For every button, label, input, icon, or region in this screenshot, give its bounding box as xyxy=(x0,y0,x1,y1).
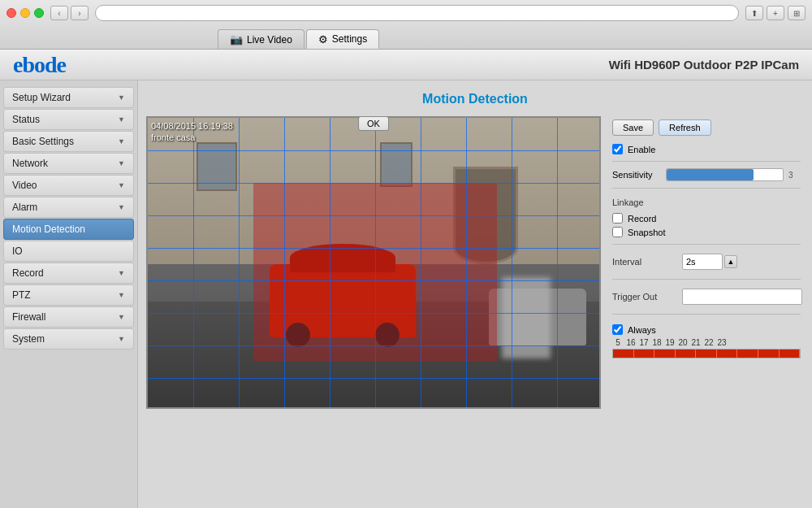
back-button[interactable]: ‹ xyxy=(50,6,68,20)
linkage-label: Linkage xyxy=(612,198,677,207)
schedule-cell-5[interactable] xyxy=(696,350,717,358)
sensitivity-section: Sensitivity 3 xyxy=(612,168,801,181)
sidebar-item-io[interactable]: IO xyxy=(3,241,134,262)
full-day-checkbox[interactable] xyxy=(612,324,623,335)
divider-4 xyxy=(612,279,801,280)
sidebar-item-video[interactable]: Video ▼ xyxy=(3,175,134,196)
sidebar-alarm-label: Alarm xyxy=(12,202,37,213)
content-area: OK xyxy=(146,116,804,501)
forward-button[interactable]: › xyxy=(71,6,89,20)
full-day-label: Always xyxy=(628,325,656,335)
schedule-cell-7[interactable] xyxy=(737,350,758,358)
maximize-window-btn[interactable] xyxy=(34,8,44,18)
tab-settings-label: Settings xyxy=(332,33,367,45)
record-checkbox[interactable] xyxy=(612,213,623,224)
app-title: Wifi HD960P Outdoor P2P IPCam xyxy=(609,58,799,72)
camera-view: 04/08/2015 16:19:38 fronte casa xyxy=(146,116,601,409)
sensitivity-fill xyxy=(667,169,754,180)
schedule-cell-6[interactable] xyxy=(717,350,738,358)
schedule-cell-8[interactable] xyxy=(758,350,780,358)
browser-chrome: ‹ › ⬆ + ⊞ 📷 Live Video ⚙ Settings xyxy=(0,0,812,50)
chevron-right-icon: ▼ xyxy=(118,137,125,145)
sidebar-item-firewall[interactable]: Firewall ▼ xyxy=(3,306,134,328)
schedule-numbers: 5 16 17 18 19 20 21 22 23 xyxy=(612,338,801,349)
schedule-num-16: 16 xyxy=(625,338,637,347)
full-day-row: Always xyxy=(612,324,801,335)
app-logo: ebode xyxy=(13,52,66,78)
sidebar-item-network[interactable]: Network ▼ xyxy=(3,153,134,174)
chevron-right-icon: ▼ xyxy=(118,291,125,299)
interval-input-wrap: ▲ xyxy=(682,254,737,270)
tab-live-video[interactable]: 📷 Live Video xyxy=(218,29,304,49)
interval-input[interactable] xyxy=(682,254,723,270)
snapshot-cb-row: Snapshot xyxy=(612,227,801,237)
camera-timestamp: 04/08/2015 16:19:38 xyxy=(151,121,233,131)
camera-person-blur xyxy=(502,277,551,358)
schedule-cell-1[interactable] xyxy=(613,350,634,358)
chevron-right-icon: ▼ xyxy=(118,335,125,343)
snapshot-checkbox[interactable] xyxy=(612,227,623,237)
traffic-lights xyxy=(6,8,44,18)
enable-checkbox[interactable] xyxy=(612,144,623,154)
sensitivity-bar[interactable] xyxy=(666,168,784,181)
nav-buttons: ‹ › xyxy=(50,6,89,20)
sidebar-motion-detection-label: Motion Detection xyxy=(12,224,85,235)
divider-2 xyxy=(612,188,801,189)
camera-window-2 xyxy=(380,142,412,187)
schedule-cell-3[interactable] xyxy=(654,350,676,358)
sidebar-toggle-button[interactable]: ⊞ xyxy=(788,6,806,20)
browser-top-bar: ‹ › ⬆ + ⊞ xyxy=(6,5,806,21)
sidebar-io-label: IO xyxy=(12,245,23,257)
ok-button[interactable]: OK xyxy=(358,116,389,131)
address-bar[interactable] xyxy=(95,5,739,21)
sensitivity-row: Sensitivity 3 xyxy=(612,168,801,181)
record-label: Record xyxy=(628,214,656,224)
interval-up-arrow[interactable]: ▲ xyxy=(724,255,737,268)
refresh-button[interactable]: Refresh xyxy=(659,119,711,136)
interval-label: Interval xyxy=(612,257,677,267)
sensitivity-value: 3 xyxy=(788,171,801,180)
sidebar-item-ptz[interactable]: PTZ ▼ xyxy=(3,284,134,306)
sidebar-setup-wizard-label: Setup Wizard xyxy=(12,92,71,103)
share-button[interactable]: ⬆ xyxy=(745,6,763,20)
sidebar-item-record[interactable]: Record ▼ xyxy=(3,263,134,284)
schedule-cell-2[interactable] xyxy=(634,350,655,358)
sidebar-item-setup-wizard[interactable]: Setup Wizard ▼ xyxy=(3,87,134,108)
sidebar-item-basic-settings[interactable]: Basic Settings ▼ xyxy=(3,131,134,152)
schedule-num-22: 22 xyxy=(703,338,715,347)
chevron-right-icon: ▼ xyxy=(118,203,125,211)
gear-icon: ⚙ xyxy=(318,33,328,46)
schedule-num-17: 17 xyxy=(638,338,650,347)
camera-window-1 xyxy=(197,142,237,191)
sidebar: Setup Wizard ▼ Status ▼ Basic Settings ▼… xyxy=(0,80,138,508)
sidebar-video-label: Video xyxy=(12,180,37,191)
schedule-bar[interactable] xyxy=(612,349,801,358)
save-button[interactable]: Save xyxy=(612,119,654,136)
schedule-num-23: 23 xyxy=(716,338,728,347)
divider-5 xyxy=(612,314,801,315)
tab-live-video-label: Live Video xyxy=(247,34,292,46)
sidebar-status-label: Status xyxy=(12,114,40,125)
enable-row: Enable xyxy=(612,144,801,154)
sidebar-item-alarm[interactable]: Alarm ▼ xyxy=(3,197,134,218)
chevron-right-icon: ▼ xyxy=(118,269,125,277)
schedule-cell-9[interactable] xyxy=(780,350,801,358)
new-tab-button[interactable]: + xyxy=(767,6,784,20)
sidebar-firewall-label: Firewall xyxy=(12,311,45,323)
sensitivity-label: Sensitivity xyxy=(612,170,661,180)
trigger-input[interactable] xyxy=(682,289,802,305)
sidebar-item-system[interactable]: System ▼ xyxy=(3,328,134,350)
schedule-cell-4[interactable] xyxy=(676,350,697,358)
chevron-right-icon: ▼ xyxy=(118,115,125,124)
motion-detection-title: Motion Detection xyxy=(146,89,804,110)
right-panel: Motion Detection OK xyxy=(138,80,812,508)
schedule-num-18: 18 xyxy=(651,338,663,347)
tab-settings[interactable]: ⚙ Settings xyxy=(306,29,379,49)
chevron-right-icon: ▼ xyxy=(118,313,125,321)
minimize-window-btn[interactable] xyxy=(20,8,30,18)
sidebar-item-motion-detection[interactable]: Motion Detection xyxy=(3,219,134,240)
sidebar-item-status[interactable]: Status ▼ xyxy=(3,109,134,130)
tab-bar: 📷 Live Video ⚙ Settings xyxy=(6,26,806,49)
camera-label: fronte casa xyxy=(151,132,195,142)
close-window-btn[interactable] xyxy=(6,8,16,18)
